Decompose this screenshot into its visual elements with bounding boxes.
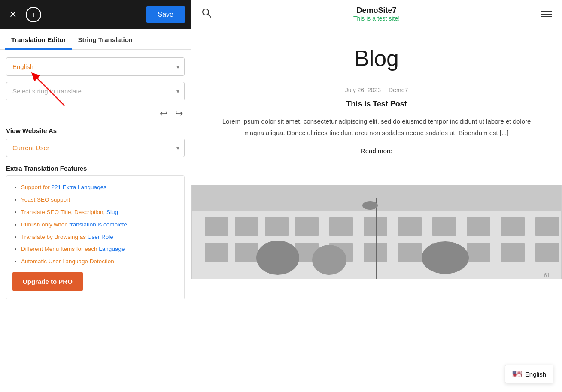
view-website-label: View Website As bbox=[6, 127, 185, 134]
view-as-select[interactable]: Current User bbox=[6, 139, 185, 157]
feature-text: Different Menu Items for each bbox=[21, 246, 99, 252]
svg-rect-11 bbox=[329, 217, 353, 236]
string-select[interactable]: Select string to translate... bbox=[6, 82, 185, 100]
feature-highlight: Language bbox=[99, 246, 125, 252]
svg-rect-23 bbox=[364, 243, 387, 262]
string-dropdown-wrap: Select string to translate... ▾ bbox=[6, 82, 185, 100]
language-badge[interactable]: 🇺🇸 English bbox=[505, 365, 553, 383]
panel-content: English ▾ Select string to translate... … bbox=[0, 50, 191, 165]
svg-rect-28 bbox=[535, 243, 559, 262]
site-title-wrap: DemoSite7 This is a test site! bbox=[212, 6, 541, 22]
read-more-wrap: Read more bbox=[217, 147, 536, 155]
feature-highlight: User Role bbox=[88, 234, 113, 240]
post-excerpt: Lorem ipsum dolor sit amet, consectetur … bbox=[217, 115, 536, 139]
post-title: This is Test Post bbox=[217, 100, 536, 109]
feature-highlight: translation is complete bbox=[70, 221, 127, 228]
site-tagline: This is a test site! bbox=[212, 15, 541, 22]
read-more-link[interactable]: Read more bbox=[361, 147, 392, 154]
info-button[interactable]: i bbox=[26, 7, 41, 22]
list-item: Publish only when translation is complet… bbox=[21, 221, 176, 229]
svg-line-3 bbox=[208, 14, 211, 17]
view-website-section: View Website As Current User ▾ bbox=[6, 127, 185, 157]
list-item: Support for 221 Extra Languages bbox=[21, 184, 176, 192]
feature-text: Translate by Browsing as bbox=[21, 234, 88, 240]
svg-rect-18 bbox=[205, 243, 228, 262]
blog-content: Blog July 26, 2023 Demo7 This is Test Po… bbox=[191, 28, 562, 185]
svg-rect-17 bbox=[535, 217, 559, 236]
svg-rect-12 bbox=[364, 217, 387, 236]
upgrade-button[interactable]: Upgrade to PRO bbox=[12, 272, 83, 291]
tab-string-translation[interactable]: String Translation bbox=[72, 29, 139, 50]
tab-translation-editor[interactable]: Translation Editor bbox=[5, 29, 72, 50]
list-item: Translate by Browsing as User Role bbox=[21, 233, 176, 241]
svg-rect-24 bbox=[398, 243, 422, 262]
close-button[interactable]: ✕ bbox=[5, 7, 21, 22]
feature-text: Publish only when bbox=[21, 221, 70, 228]
list-item: Yoast SEO support bbox=[21, 196, 176, 204]
svg-rect-9 bbox=[265, 217, 289, 236]
feature-text: Translate SEO Title, Description, bbox=[21, 209, 106, 215]
svg-point-33 bbox=[422, 241, 469, 274]
svg-rect-10 bbox=[295, 217, 319, 236]
search-icon[interactable] bbox=[201, 8, 212, 21]
svg-rect-13 bbox=[398, 217, 422, 236]
svg-rect-14 bbox=[432, 217, 456, 236]
svg-rect-19 bbox=[235, 243, 258, 262]
feature-text: Yoast SEO support bbox=[21, 196, 70, 203]
svg-rect-27 bbox=[501, 243, 525, 262]
features-list: Support for 221 Extra Languages Yoast SE… bbox=[12, 184, 176, 266]
building-image: 61 bbox=[191, 185, 562, 279]
undo-redo-bar: ↩ ↪ bbox=[6, 106, 185, 121]
language-badge-label: English bbox=[525, 371, 546, 378]
feature-highlight: 221 Extra Languages bbox=[52, 184, 106, 190]
feature-highlight: Slug bbox=[106, 209, 118, 215]
post-meta: July 26, 2023 Demo7 bbox=[217, 87, 536, 93]
top-bar: ✕ i Save bbox=[0, 0, 191, 29]
blog-page-title: Blog bbox=[217, 45, 536, 71]
svg-rect-26 bbox=[467, 243, 490, 262]
svg-point-30 bbox=[362, 201, 378, 210]
features-box: Support for 221 Extra Languages Yoast SE… bbox=[6, 175, 185, 299]
language-dropdown-wrap: English ▾ bbox=[6, 57, 185, 76]
feature-text: Support for bbox=[21, 184, 52, 190]
extra-features-title: Extra Translation Features bbox=[6, 165, 185, 172]
left-panel: ✕ i Save Translation Editor String Trans… bbox=[0, 0, 191, 392]
hamburger-menu[interactable] bbox=[541, 11, 552, 17]
post-author: Demo7 bbox=[389, 87, 408, 93]
list-item: Automatic User Language Detection bbox=[21, 258, 176, 266]
language-select[interactable]: English bbox=[6, 57, 185, 76]
list-item: Different Menu Items for each Language bbox=[21, 245, 176, 253]
tabs-bar: Translation Editor String Translation bbox=[0, 29, 191, 50]
save-button[interactable]: Save bbox=[146, 6, 185, 23]
extra-features-section: Extra Translation Features Support for 2… bbox=[0, 165, 191, 308]
svg-text:61: 61 bbox=[544, 272, 550, 278]
site-header: DemoSite7 This is a test site! bbox=[191, 0, 562, 28]
redo-button[interactable]: ↪ bbox=[173, 106, 185, 121]
svg-point-32 bbox=[312, 245, 346, 275]
svg-rect-15 bbox=[467, 217, 490, 236]
right-panel: DemoSite7 This is a test site! Blog July… bbox=[191, 0, 562, 392]
feature-text: Automatic User Language Detection bbox=[21, 258, 114, 265]
svg-rect-8 bbox=[235, 217, 258, 236]
site-name: DemoSite7 bbox=[212, 6, 541, 15]
post-date: July 26, 2023 bbox=[345, 87, 381, 93]
undo-button[interactable]: ↩ bbox=[158, 106, 169, 121]
svg-rect-7 bbox=[205, 217, 228, 236]
svg-point-31 bbox=[256, 241, 299, 275]
list-item: Translate SEO Title, Description, Slug bbox=[21, 208, 176, 217]
flag-icon: 🇺🇸 bbox=[512, 369, 522, 379]
svg-rect-16 bbox=[501, 217, 525, 236]
